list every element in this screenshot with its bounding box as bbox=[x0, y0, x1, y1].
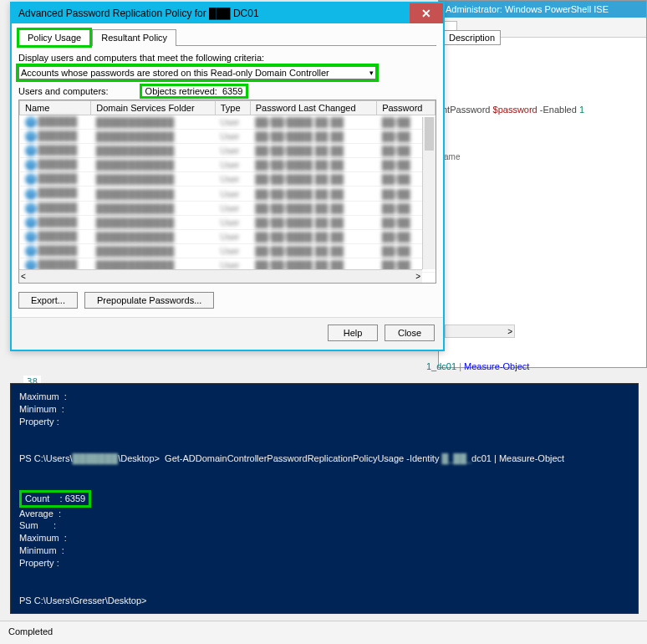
column-header[interactable]: Type bbox=[215, 101, 250, 115]
dialog-titlebar[interactable]: Advanced Password Replication Policy for… bbox=[12, 3, 443, 23]
user-icon bbox=[25, 116, 37, 128]
chevron-down-icon: ▾ bbox=[369, 69, 374, 77]
dialog-password-replication: Advanced Password Replication Policy for… bbox=[10, 2, 445, 351]
criteria-value: Accounts whose passwords are stored on t… bbox=[21, 68, 329, 78]
console-line: Property : bbox=[19, 416, 629, 428]
console-prompt: PS C:\Users\███████\Desktop> Get-ADDomai… bbox=[19, 452, 629, 465]
close-icon: ✕ bbox=[421, 7, 431, 20]
back-scrollbar[interactable]: > bbox=[445, 325, 515, 338]
users-computers-label: Users and computers: bbox=[18, 86, 109, 96]
tab-resultant-policy[interactable]: Resultant Policy bbox=[92, 29, 176, 46]
user-icon bbox=[25, 245, 37, 257]
user-icon bbox=[25, 188, 37, 200]
user-icon bbox=[25, 145, 37, 156]
script-frag: ntPassword bbox=[442, 105, 493, 115]
table-row[interactable]: ██████████████████User██/██/████ ██:████… bbox=[20, 187, 436, 201]
console-line: Maximum : bbox=[19, 532, 629, 544]
ise-window: Administrator: Windows PowerShell ISE nt… bbox=[438, 0, 647, 368]
user-icon bbox=[25, 231, 37, 243]
table-row[interactable]: ██████████████████User██/██/████ ██:████… bbox=[20, 158, 436, 172]
user-icon bbox=[25, 159, 37, 171]
prepopulate-button[interactable]: Prepopulate Passwords... bbox=[84, 292, 214, 309]
column-header[interactable]: Name bbox=[20, 101, 91, 115]
horizontal-scrollbar[interactable]: <> bbox=[19, 269, 422, 283]
objects-retrieved: Objects retrieved: 6359 bbox=[142, 86, 247, 96]
console-line: Sum : bbox=[19, 519, 629, 532]
table-row[interactable]: ██████████████████User██/██/████ ██:████… bbox=[20, 215, 436, 229]
console-line: Minimum : bbox=[19, 544, 629, 557]
status-bar: Completed bbox=[0, 621, 647, 644]
user-icon bbox=[25, 130, 37, 142]
table-row[interactable]: ██████████████████User██/██/████ ██:████… bbox=[20, 144, 436, 158]
vertical-scrollbar[interactable] bbox=[422, 117, 436, 269]
ise-misc-text: ame bbox=[439, 119, 646, 165]
user-icon bbox=[25, 217, 37, 228]
ise-bottom-line: 1_dc01 | Measure-Object bbox=[426, 361, 529, 372]
bottom-token-a: 1_dc01 bbox=[426, 361, 456, 371]
tabstrip: Policy Usage Resultant Policy bbox=[18, 28, 436, 46]
table-row[interactable]: ██████████████████User██/██/████ ██:████… bbox=[20, 229, 436, 243]
tab-policy-usage[interactable]: Policy Usage bbox=[18, 29, 90, 46]
bottom-bar: | bbox=[456, 361, 464, 371]
script-num: 1 bbox=[579, 105, 584, 115]
dialog-title: Advanced Password Replication Policy for… bbox=[18, 8, 259, 19]
script-var: $password bbox=[493, 105, 537, 115]
close-button[interactable]: ✕ bbox=[410, 3, 443, 23]
user-icon bbox=[25, 202, 37, 214]
accounts-table[interactable]: NameDomain Services FolderTypePassword L… bbox=[18, 100, 436, 284]
bottom-token-b: Measure-Object bbox=[464, 361, 529, 371]
console-pane[interactable]: Maximum : Minimum : Property : PS C:\Use… bbox=[10, 383, 639, 614]
console-line: Maximum : bbox=[19, 391, 629, 403]
close-footer-button[interactable]: Close bbox=[385, 325, 435, 341]
table-row[interactable]: ██████████████████User██/██/████ ██:████… bbox=[20, 172, 436, 187]
table-row[interactable]: ██████████████████User██/██/████ ██:████… bbox=[20, 130, 436, 144]
column-header[interactable]: Password bbox=[377, 101, 436, 115]
console-prompt: PS C:\Users\Gresser\Desktop> bbox=[19, 595, 629, 607]
back-tab-description[interactable]: Description bbox=[443, 30, 501, 45]
table-row[interactable]: ██████████████████User██/██/████ ██:████… bbox=[20, 115, 436, 130]
ise-titlebar: Administrator: Windows PowerShell ISE bbox=[439, 1, 646, 18]
criteria-label: Display users and computers that meet th… bbox=[18, 53, 436, 63]
console-line: Average : bbox=[19, 508, 629, 520]
console-line: Minimum : bbox=[19, 403, 629, 416]
ise-script-pane[interactable]: ntPassword $password -Enabled 1 bbox=[439, 38, 646, 119]
user-icon bbox=[25, 173, 37, 185]
script-frag2: -Enabled bbox=[537, 105, 579, 115]
count-highlight: Count : 6359 bbox=[19, 490, 91, 508]
criteria-select[interactable]: Accounts whose passwords are stored on t… bbox=[18, 66, 376, 79]
column-header[interactable]: Domain Services Folder bbox=[91, 101, 216, 115]
table-row[interactable]: ██████████████████User██/██/████ ██:████… bbox=[20, 243, 436, 258]
export-button[interactable]: Export... bbox=[18, 292, 78, 309]
table-row[interactable]: ██████████████████User██/██/████ ██:████… bbox=[20, 201, 436, 215]
console-line: Property : bbox=[19, 557, 629, 570]
help-button[interactable]: Help bbox=[328, 325, 378, 341]
column-header[interactable]: Password Last Changed bbox=[250, 101, 376, 115]
